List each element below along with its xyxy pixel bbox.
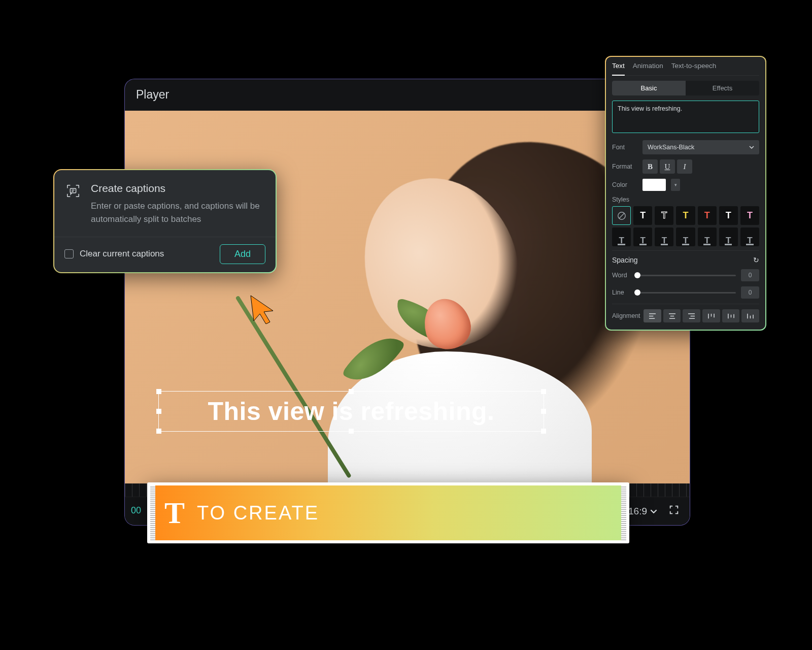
create-captions-popover: Create captions Enter or paste captions,…	[53, 169, 277, 273]
style-option[interactable]: T	[655, 206, 673, 225]
word-spacing-value[interactable]: 0	[741, 269, 759, 281]
style-option[interactable]: T	[612, 228, 631, 246]
style-none[interactable]	[612, 206, 631, 225]
style-option[interactable]: T	[719, 206, 738, 225]
color-swatch[interactable]	[642, 179, 666, 191]
resize-handle[interactable]	[349, 389, 354, 394]
style-option[interactable]: T	[633, 206, 652, 225]
underline-button[interactable]: U	[660, 159, 675, 174]
fullscreen-icon[interactable]	[668, 504, 680, 518]
alignment-label: Alignment	[612, 312, 641, 319]
resize-handle[interactable]	[349, 429, 354, 434]
text-styles-grid: T T T T T T T T T T T T T	[612, 206, 759, 246]
panel-tabs: Text Animation Text-to-speech	[612, 62, 759, 76]
align-top-button[interactable]	[702, 309, 720, 322]
timecode: 00	[131, 505, 141, 516]
resize-handle[interactable]	[541, 409, 546, 414]
spacing-label: Spacing	[612, 256, 638, 264]
caption-text-input[interactable]	[612, 101, 759, 133]
slider-thumb[interactable]	[634, 289, 640, 296]
word-spacing-label: Word	[612, 272, 632, 279]
captions-popover-title: Create captions	[91, 182, 263, 194]
color-label: Color	[612, 181, 637, 188]
align-middle-button[interactable]	[722, 309, 740, 322]
line-spacing-slider[interactable]	[637, 292, 736, 294]
resize-handle[interactable]	[541, 389, 546, 394]
svg-line-4	[619, 213, 624, 218]
segment-basic[interactable]: Basic	[612, 81, 686, 95]
style-option[interactable]: T	[740, 228, 759, 246]
styles-label: Styles	[612, 196, 759, 203]
line-spacing-label: Line	[612, 289, 632, 296]
align-right-button[interactable]	[683, 309, 700, 322]
clip-content: T TO CREATE	[155, 485, 621, 540]
caption-overlay-text: This view is refreshing.	[208, 397, 495, 426]
reset-spacing-icon[interactable]: ↻	[753, 256, 759, 264]
chevron-down-icon	[650, 508, 657, 515]
tab-animation[interactable]: Animation	[633, 62, 663, 72]
clip-label: TO CREATE	[197, 502, 319, 524]
font-select[interactable]: WorkSans-Black	[642, 140, 759, 154]
captions-icon	[64, 182, 82, 226]
style-option[interactable]: T	[676, 228, 695, 246]
svg-rect-0	[70, 188, 76, 192]
style-option[interactable]: T	[698, 228, 717, 246]
tab-text-to-speech[interactable]: Text-to-speech	[671, 62, 717, 72]
style-option[interactable]: T	[655, 228, 673, 246]
tab-text[interactable]: Text	[612, 62, 625, 76]
font-select-value: WorkSans-Black	[648, 144, 694, 151]
text-properties-panel: Text Animation Text-to-speech Basic Effe…	[605, 56, 766, 331]
resize-handle[interactable]	[156, 429, 161, 434]
line-spacing-value[interactable]: 0	[741, 286, 759, 299]
chevron-down-icon	[749, 145, 754, 150]
style-option[interactable]: T	[676, 206, 695, 225]
captions-popover-description: Enter or paste captions, and captions wi…	[91, 200, 263, 226]
caption-overlay-box[interactable]: This view is refreshing.	[158, 391, 544, 432]
style-option[interactable]: T	[633, 228, 652, 246]
aspect-ratio-value: 16:9	[628, 506, 647, 517]
format-label: Format	[612, 163, 637, 170]
style-option[interactable]: T	[698, 206, 717, 225]
style-option[interactable]: T	[719, 228, 738, 246]
basic-effects-segment: Basic Effects	[612, 81, 759, 95]
resize-handle[interactable]	[156, 389, 161, 394]
player-title: Player	[136, 88, 169, 102]
color-dropdown[interactable]: ▾	[671, 179, 680, 191]
resize-handle[interactable]	[156, 409, 161, 414]
align-bottom-button[interactable]	[741, 309, 759, 322]
align-center-button[interactable]	[663, 309, 681, 322]
style-option[interactable]: T	[740, 206, 759, 225]
slider-thumb[interactable]	[634, 272, 640, 278]
bold-button[interactable]: B	[642, 159, 658, 174]
segment-effects[interactable]: Effects	[686, 81, 759, 95]
clip-trim-handle-left[interactable]	[150, 485, 155, 540]
clear-captions-checkbox[interactable]: Clear current captions	[64, 249, 164, 259]
text-clip-icon: T	[164, 498, 185, 528]
word-spacing-slider[interactable]	[637, 275, 736, 276]
align-left-button[interactable]	[644, 309, 661, 322]
font-label: Font	[612, 144, 637, 151]
aspect-ratio-selector[interactable]: 16:9	[628, 506, 657, 517]
clear-captions-label: Clear current captions	[80, 249, 164, 259]
resize-handle[interactable]	[541, 429, 546, 434]
checkbox-icon	[64, 249, 74, 258]
add-captions-button[interactable]: Add	[220, 244, 265, 264]
clip-trim-handle-right[interactable]	[621, 485, 626, 540]
timeline-clip[interactable]: T TO CREATE	[147, 482, 629, 543]
italic-button[interactable]: I	[677, 159, 692, 174]
